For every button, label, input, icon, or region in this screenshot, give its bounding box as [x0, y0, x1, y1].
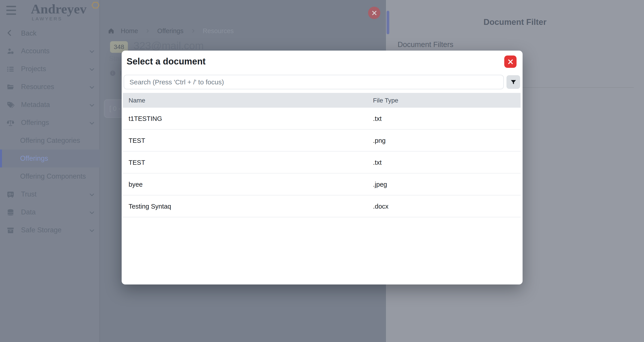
drawer-section-title: Document Filters: [398, 40, 453, 49]
documents-table: Name File Type t1TESTING .txt TEST .png …: [123, 93, 520, 217]
sidebar-item-label: Projects: [21, 65, 46, 73]
document-name: Testing Syntaq: [128, 203, 171, 210]
sidebar-item-label: Safe Storage: [21, 226, 62, 234]
sidebar-item-label: Offering Categories: [20, 137, 80, 145]
app-root: Andreyev LAWYERS Back Accounts: [0, 0, 644, 342]
column-header-file-type: File Type: [373, 97, 398, 104]
modal-title: Select a document: [126, 56, 206, 67]
document-file-type: .png: [373, 137, 386, 144]
folder-open-icon: [7, 83, 14, 91]
sidebar-item-safe-storage[interactable]: Safe Storage: [0, 221, 100, 239]
filter-button[interactable]: [506, 75, 520, 89]
select-document-modal: Select a document Name File Type t1TESTI…: [122, 51, 522, 284]
info-icon: [110, 70, 116, 76]
logo: Andreyev: [31, 1, 98, 17]
list-icon: [7, 65, 14, 73]
sidebar-item-label: Offering Components: [20, 172, 86, 180]
logo-subtitle: LAWYERS: [32, 16, 62, 22]
status-label: Star: [109, 55, 122, 63]
sidebar-item-accounts[interactable]: Accounts: [0, 42, 100, 60]
chevron-down-icon: [89, 66, 95, 73]
scales-icon: [7, 119, 14, 127]
sidebar-item-label: Resources: [21, 83, 54, 91]
sidebar-item-metadata[interactable]: Metadata: [0, 96, 100, 114]
table-row[interactable]: TEST .txt: [123, 152, 520, 173]
chevron-down-icon: [89, 48, 95, 55]
database-icon: [7, 209, 14, 216]
sidebar-item-offerings-active[interactable]: Offerings: [0, 150, 100, 167]
table-row[interactable]: TEST .png: [123, 130, 520, 152]
sidebar-nav: Accounts Projects Resources: [0, 42, 100, 239]
chevron-right-icon: [145, 29, 150, 33]
sidebar-item-label: Accounts: [21, 47, 50, 55]
drawer-title: Document Filter: [386, 18, 644, 27]
chevron-down-icon: [89, 102, 95, 108]
chevron-down-icon: [89, 209, 95, 216]
modal-close-button[interactable]: [504, 56, 516, 68]
sidebar-item-offering-components[interactable]: Offering Components: [0, 167, 100, 185]
chevron-down-icon: [89, 84, 95, 90]
document-file-type: .txt: [373, 159, 382, 166]
table-header: Name File Type: [123, 93, 520, 108]
sidebar-item-trust[interactable]: Trust: [0, 185, 100, 203]
tags-icon: [7, 101, 14, 109]
sidebar-item-label: Offerings: [20, 154, 48, 163]
table-row[interactable]: Testing Syntaq .docx: [123, 195, 520, 217]
sidebar-item-offerings[interactable]: Offerings: [0, 114, 100, 132]
breadcrumb-current: Resources: [203, 27, 234, 35]
breadcrumb-home[interactable]: Home: [121, 27, 138, 35]
chevron-down-icon: [89, 192, 95, 198]
table-row[interactable]: byee .jpeg: [123, 173, 520, 195]
breadcrumb: Home Offerings Resources: [108, 27, 234, 35]
home-icon: [108, 28, 114, 34]
document-file-type: .txt: [373, 115, 382, 122]
chevron-down-icon: [89, 120, 95, 126]
safe-icon: [7, 191, 14, 198]
sidebar-item-label: Trust: [21, 190, 36, 198]
sidebar-item-label: Offerings: [21, 119, 49, 127]
chevron-left-icon: [6, 29, 14, 37]
document-name: TEST: [128, 137, 145, 144]
sidebar-item-label: Data: [21, 208, 36, 216]
back-label: Back: [21, 29, 36, 37]
menu-icon[interactable]: [6, 6, 16, 15]
table-row[interactable]: t1TESTING .txt: [123, 108, 520, 130]
document-name: byee: [128, 181, 143, 188]
document-file-type: .jpeg: [373, 181, 387, 188]
search-input[interactable]: [124, 75, 504, 89]
page-title: 323@mail.com: [134, 39, 204, 52]
logo-hexagon-icon: [91, 1, 100, 10]
archive-icon: [7, 226, 14, 234]
sidebar: Andreyev LAWYERS Back Accounts: [0, 0, 100, 342]
document-name: t1TESTING: [128, 115, 162, 122]
sidebar-item-data[interactable]: Data: [0, 203, 100, 221]
drawer-close-button[interactable]: [368, 7, 380, 19]
chevron-right-icon: [191, 29, 196, 33]
document-name: TEST: [128, 159, 145, 166]
filter-icon: [510, 79, 517, 86]
sidebar-item-projects[interactable]: Projects: [0, 60, 100, 78]
back-button[interactable]: Back: [0, 29, 100, 39]
document-file-type: .docx: [373, 203, 388, 210]
close-icon: [507, 59, 514, 65]
breadcrumb-offerings[interactable]: Offerings: [157, 27, 183, 35]
sidebar-item-resources[interactable]: Resources: [0, 78, 100, 96]
column-header-name: Name: [128, 97, 145, 104]
chevron-down-icon: [89, 227, 95, 234]
user-gear-icon: [7, 48, 14, 55]
sidebar-item-label: Metadata: [21, 101, 50, 109]
info-row: I: [110, 69, 122, 77]
sidebar-item-offering-categories[interactable]: Offering Categories: [0, 132, 100, 150]
